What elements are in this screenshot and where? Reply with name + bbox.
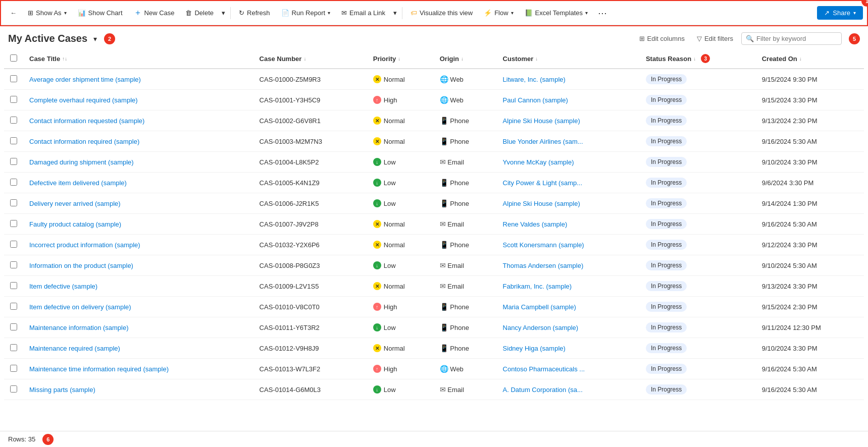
col-header-case-title[interactable]: Case Title ↑↓ bbox=[23, 49, 253, 69]
case-number-value: CAS-01009-L2V1S5 bbox=[260, 283, 319, 290]
priority-badge: ↑ High bbox=[373, 365, 428, 373]
origin-cell: 📱 Phone bbox=[434, 110, 497, 131]
row-checkbox[interactable] bbox=[10, 385, 17, 393]
case-title-link[interactable]: Contact information requested (sample) bbox=[29, 117, 144, 125]
customer-link[interactable]: Maria Campbell (sample) bbox=[503, 303, 576, 311]
customer-link[interactable]: Scott Konersmann (sample) bbox=[503, 241, 584, 249]
new-case-button[interactable]: ＋ New Case bbox=[129, 5, 180, 21]
refresh-button[interactable]: ↻ Refresh bbox=[234, 7, 275, 19]
customer-link[interactable]: Blue Yonder Airlines (sam... bbox=[503, 138, 583, 145]
row-checkbox[interactable] bbox=[10, 117, 17, 124]
row-checkbox-cell bbox=[4, 90, 23, 110]
row-checkbox[interactable] bbox=[10, 179, 17, 186]
row-checkbox[interactable] bbox=[10, 365, 17, 372]
email-link-label: Email a Link bbox=[349, 9, 385, 17]
page-title-chevron[interactable]: ▾ bbox=[93, 35, 97, 43]
row-checkbox[interactable] bbox=[10, 220, 17, 227]
delete-button[interactable]: 🗑 Delete bbox=[180, 7, 219, 19]
customer-link[interactable]: Nancy Anderson (sample) bbox=[503, 324, 579, 331]
case-title-link[interactable]: Defective item delivered (sample) bbox=[29, 179, 127, 187]
customer-link[interactable]: City Power & Light (samp... bbox=[503, 179, 583, 187]
case-title-link[interactable]: Missing parts (sample) bbox=[29, 386, 95, 394]
select-all-checkbox[interactable] bbox=[10, 54, 17, 62]
table-row: Defective item delivered (sample) CAS-01… bbox=[4, 173, 864, 193]
row-checkbox[interactable] bbox=[10, 75, 17, 82]
case-title-link[interactable]: Faulty product catalog (sample) bbox=[29, 220, 121, 228]
case-title-cell: Faulty product catalog (sample) bbox=[23, 214, 253, 235]
origin-icon: 📱 bbox=[440, 199, 448, 207]
case-title-link[interactable]: Item defective (sample) bbox=[29, 283, 97, 290]
created-on-value: 9/10/2024 5:30 AM bbox=[762, 262, 817, 269]
customer-link[interactable]: Litware, Inc. (sample) bbox=[503, 76, 566, 83]
origin-label: Phone bbox=[450, 200, 469, 207]
row-checkbox[interactable] bbox=[10, 344, 17, 351]
case-title-link[interactable]: Complete overhaul required (sample) bbox=[29, 96, 138, 104]
row-checkbox[interactable] bbox=[10, 137, 17, 144]
customer-link[interactable]: Paul Cannon (sample) bbox=[503, 96, 568, 104]
table-row: Information on the product (sample) CAS-… bbox=[4, 255, 864, 276]
status-badge: In Progress bbox=[646, 281, 687, 291]
status-badge: In Progress bbox=[646, 240, 687, 250]
case-title-link[interactable]: Incorrect product information (sample) bbox=[29, 241, 140, 249]
customer-link[interactable]: Yvonne McKay (sample) bbox=[503, 158, 574, 166]
customer-link[interactable]: Alpine Ski House (sample) bbox=[503, 200, 580, 207]
case-title-link[interactable]: Maintenance required (sample) bbox=[29, 345, 120, 352]
customer-link[interactable]: Thomas Andersen (sample) bbox=[503, 262, 584, 269]
col-header-status-reason[interactable]: Status Reason ↓ 3 bbox=[640, 49, 756, 69]
customer-cell: Yvonne McKay (sample) bbox=[497, 152, 640, 173]
edit-columns-button[interactable]: ⊞ Edit columns bbox=[635, 33, 689, 44]
priority-cell: ↓ Low bbox=[367, 152, 434, 173]
case-title-link[interactable]: Contact information required (sample) bbox=[29, 138, 139, 145]
case-title-link[interactable]: Damaged during shipment (sample) bbox=[29, 158, 134, 166]
cases-table: Case Title ↑↓ Case Number ↓ Priority ↓ bbox=[4, 49, 864, 400]
email-link-button[interactable]: ✉ Email a Link bbox=[336, 7, 390, 19]
col-header-case-number[interactable]: Case Number ↓ bbox=[253, 49, 367, 69]
row-checkbox[interactable] bbox=[10, 303, 17, 310]
edit-columns-label: Edit columns bbox=[647, 35, 685, 42]
row-checkbox[interactable] bbox=[10, 261, 17, 268]
priority-label: High bbox=[384, 96, 397, 104]
case-title-link[interactable]: Maintenance time information required (s… bbox=[29, 365, 169, 373]
filter-input[interactable] bbox=[756, 35, 837, 42]
case-title-link[interactable]: Delivery never arrived (sample) bbox=[29, 200, 121, 207]
priority-icon: ↑ bbox=[373, 303, 381, 311]
row-checkbox[interactable] bbox=[10, 96, 17, 103]
customer-link[interactable]: Alpine Ski House (sample) bbox=[503, 117, 580, 125]
row-checkbox[interactable] bbox=[10, 158, 17, 165]
share-button[interactable]: ↗ Share ▾ bbox=[817, 6, 863, 20]
row-checkbox[interactable] bbox=[10, 282, 17, 289]
col-header-priority[interactable]: Priority ↓ bbox=[367, 49, 434, 69]
edit-filters-button[interactable]: ▽ Edit filters bbox=[693, 33, 737, 44]
customer-link[interactable]: Rene Valdes (sample) bbox=[503, 220, 568, 228]
row-checkbox[interactable] bbox=[10, 323, 17, 330]
delete-dropdown-button[interactable]: ▾ bbox=[220, 7, 227, 19]
col-header-created-on[interactable]: Created On ↓ 4 bbox=[756, 49, 864, 69]
annotation-3: 3 bbox=[701, 54, 710, 63]
customer-link[interactable]: A. Datum Corporation (sa... bbox=[503, 386, 583, 394]
origin-label: Phone bbox=[450, 179, 469, 187]
email-link-dropdown-button[interactable]: ▾ bbox=[391, 7, 399, 19]
run-report-button[interactable]: 📄 Run Report ▾ bbox=[276, 7, 335, 19]
show-as-button[interactable]: ⊞ Show As ▾ bbox=[23, 7, 72, 19]
col-header-customer[interactable]: Customer ↓ bbox=[497, 49, 640, 69]
col-header-origin[interactable]: Origin ↓ bbox=[434, 49, 497, 69]
customer-cell: Scott Konersmann (sample) bbox=[497, 235, 640, 255]
flow-button[interactable]: ⚡ Flow ▾ bbox=[479, 7, 518, 19]
case-title-link[interactable]: Item defective on delivery (sample) bbox=[29, 303, 131, 311]
case-title-link[interactable]: Information on the product (sample) bbox=[29, 262, 133, 269]
row-checkbox[interactable] bbox=[10, 241, 17, 248]
excel-templates-button[interactable]: 📗 Excel Templates ▾ bbox=[520, 7, 593, 19]
case-title-link[interactable]: Average order shipment time (sample) bbox=[29, 76, 141, 83]
more-options-button[interactable]: ⋯ bbox=[594, 5, 611, 21]
origin-label: Email bbox=[447, 262, 464, 269]
customer-link[interactable]: Fabrikam, Inc. (sample) bbox=[503, 283, 572, 290]
visualize-button[interactable]: 🏷 Visualize this view bbox=[405, 7, 478, 19]
row-checkbox[interactable] bbox=[10, 199, 17, 206]
customer-link[interactable]: Contoso Pharmaceuticals ... bbox=[503, 365, 585, 373]
case-title-link[interactable]: Maintenance information (sample) bbox=[29, 324, 129, 331]
customer-link[interactable]: Sidney Higa (sample) bbox=[503, 345, 566, 352]
page-title: My Active Cases bbox=[8, 33, 87, 44]
case-title-cell: Maintenance information (sample) bbox=[23, 317, 253, 338]
show-chart-button[interactable]: 📊 Show Chart bbox=[73, 7, 128, 19]
back-button[interactable]: ← bbox=[5, 7, 22, 19]
